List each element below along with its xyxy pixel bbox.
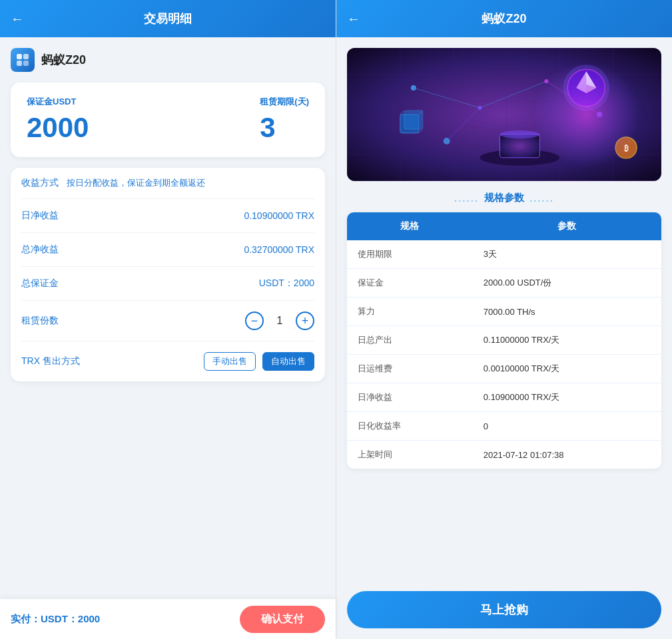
actual-pay-value: USDT：2000 [41,613,100,624]
info-card: 收益方式 按日分配收益，保证金到期全额返还 日净收益 0.10900000 TR… [11,168,325,381]
table-header-row: 规格 参数 [347,212,661,240]
spec-label: 保证金 [347,269,473,298]
sell-method-row: TRX 售出方式 手动出售 自动出售 [21,341,314,381]
total-deposit-row: 总保证金 USDT：2000 [21,267,314,301]
buy-now-button[interactable]: 马上抢购 [347,591,661,628]
total-deposit-value: USDT：2000 [259,278,314,290]
quantity-value: 1 [273,315,286,327]
table-row: 使用期限3天 [347,240,661,269]
actual-pay: 实付：USDT：2000 [11,613,100,626]
product-name: 蚂蚁Z20 [41,52,86,68]
total-income-row: 总净收益 0.32700000 TRX [21,233,314,267]
table-row: 上架时间2021-07-12 01:07:38 [347,441,661,469]
product-icon [11,48,35,72]
right-back-button[interactable]: ← [347,11,360,27]
left-back-button[interactable]: ← [11,11,24,27]
deposit-value: 2000 [27,112,89,144]
table-row: 算力7000.00 TH/s [347,298,661,326]
quantity-minus-button[interactable]: − [245,312,264,330]
deposit-card: 保证金USDT 2000 租赁期限(天) 3 [11,83,325,157]
svg-point-25 [500,130,540,138]
daily-income-label: 日净收益 [21,210,59,222]
table-row: 保证金2000.00 USDT/份 [347,269,661,298]
left-header-title: 交易明细 [144,11,192,27]
daily-income-value: 0.10900000 TRX [244,210,314,221]
spec-value: 0 [473,412,661,441]
confirm-pay-button[interactable]: 确认支付 [240,606,325,633]
svg-point-14 [411,85,416,91]
right-header-title: 蚂蚁Z20 [482,11,526,27]
spec-value: 2021-07-12 01:07:38 [473,441,661,469]
specs-title-text: 规格参数 [484,192,524,204]
right-header: ← 蚂蚁Z20 [336,0,672,37]
quantity-plus-button[interactable]: + [296,312,314,330]
spec-value: 3天 [473,240,661,269]
sell-label: TRX 售出方式 [21,355,80,367]
specs-table: 规格 参数 使用期限3天保证金2000.00 USDT/份算力7000.00 T… [347,212,661,469]
income-method-row: 收益方式 按日分配收益，保证金到期全额返还 [21,168,314,199]
spec-label: 使用期限 [347,240,473,269]
actual-pay-label: 实付： [11,613,41,624]
specs-title: 规格参数 [347,192,661,204]
product-name-row: 蚂蚁Z20 [11,48,325,72]
income-method-value: 按日分配收益，保证金到期全额返还 [67,177,205,189]
total-deposit-label: 总保证金 [21,278,59,290]
col-spec-header: 规格 [347,212,473,240]
banner-image: ₿ [347,48,661,181]
spec-label: 日净收益 [347,383,473,412]
income-method-label: 收益方式 [21,177,59,189]
rental-value: 3 [260,112,275,144]
rental-col: 租赁期限(天) 3 [260,96,309,144]
manual-sell-button[interactable]: 手动出售 [204,352,256,371]
rental-label: 租赁期限(天) [260,96,309,108]
auto-sell-button[interactable]: 自动出售 [262,352,314,371]
total-income-value: 0.32700000 TRX [244,244,314,255]
svg-rect-0 [17,54,22,59]
svg-rect-1 [23,54,29,59]
spec-value: 0.10900000 TRX/天 [473,383,661,412]
spec-label: 日运维费 [347,355,473,383]
quantity-row: 租赁份数 − 1 + [21,301,314,341]
spec-value: 0.00100000 TRX/天 [473,355,661,383]
deposit-col: 保证金USDT 2000 [27,96,89,144]
total-income-label: 总净收益 [21,244,59,256]
right-panel: ← 蚂蚁Z20 [336,0,672,639]
svg-rect-2 [17,61,22,66]
right-content: ₿ 规格参数 规格 参数 使用期限3天保证金2000.00 USDT/份算力70… [336,37,672,580]
svg-point-38 [533,61,639,168]
bottom-bar: 实付：USDT：2000 确认支付 [0,599,336,639]
spec-label: 上架时间 [347,441,473,469]
daily-income-row: 日净收益 0.10900000 TRX [21,199,314,233]
left-panel: ← 交易明细 蚂蚁Z20 保证金USDT 2000 [0,0,336,639]
spec-value: 2000.00 USDT/份 [473,269,661,298]
svg-rect-3 [23,61,29,66]
spec-label: 日化收益率 [347,412,473,441]
col-param-header: 参数 [473,212,661,240]
table-row: 日总产出0.11000000 TRX/天 [347,326,661,355]
left-header: ← 交易明细 [0,0,336,37]
sell-buttons: 手动出售 自动出售 [204,352,314,371]
table-row: 日运维费0.00100000 TRX/天 [347,355,661,383]
spec-value: 0.11000000 TRX/天 [473,326,661,355]
spec-label: 日总产出 [347,326,473,355]
spec-value: 7000.00 TH/s [473,298,661,326]
deposit-label: 保证金USDT [27,96,76,108]
quantity-controls: − 1 + [245,312,314,330]
table-row: 日化收益率0 [347,412,661,441]
spec-label: 算力 [347,298,473,326]
quantity-label: 租赁份数 [21,315,59,327]
table-row: 日净收益0.10900000 TRX/天 [347,383,661,412]
left-content: 蚂蚁Z20 保证金USDT 2000 租赁期限(天) 3 收益方式 按日分配收益… [0,37,336,599]
